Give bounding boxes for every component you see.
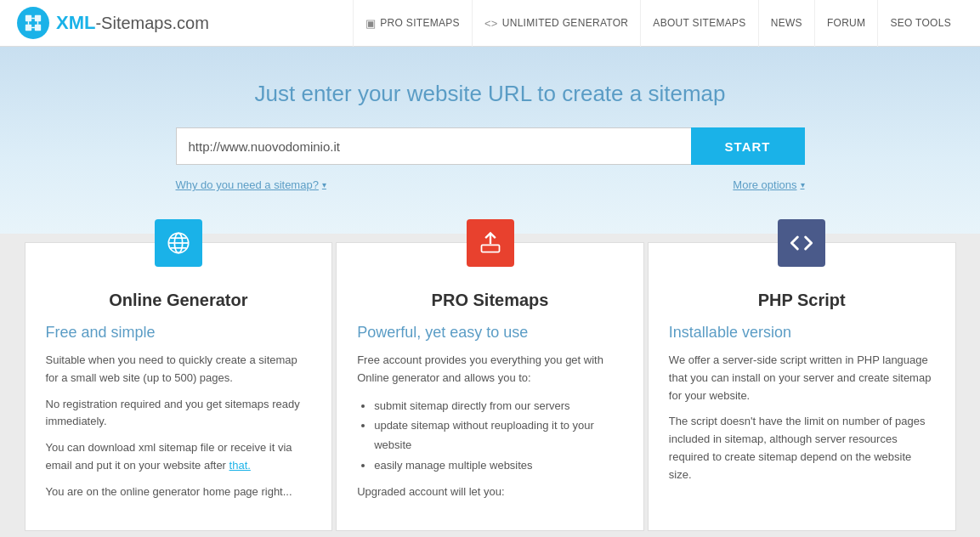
main-nav: ▣ PRO SITEMAPS <> UNLIMITED GENERATOR AB…	[353, 0, 963, 47]
nav-seo-tools[interactable]: SEO TOOLS	[877, 0, 963, 47]
online-generator-icon-wrap	[155, 219, 202, 267]
pro-sitemaps-icon-wrap	[467, 219, 514, 267]
svg-rect-3	[35, 25, 41, 31]
more-options-label: More options	[733, 178, 796, 191]
hero-section: Just enter your website URL to create a …	[0, 47, 980, 234]
logo-svg	[24, 14, 42, 32]
logo-icon	[17, 7, 49, 39]
pro-sitemaps-subtitle: Powerful, yet easy to use	[357, 324, 623, 342]
svg-rect-0	[25, 15, 31, 21]
php-script-text-2: The script doesn't have the limit on num…	[669, 413, 935, 483]
svg-rect-13	[481, 245, 499, 252]
card-pro-sitemaps: PRO Sitemaps Powerful, yet easy to use F…	[336, 242, 644, 531]
cards-section: Online Generator Free and simple Suitabl…	[0, 234, 980, 537]
nav-pro-sitemaps[interactable]: ▣ PRO SITEMAPS	[353, 0, 472, 47]
pro-sitemaps-intro: Free account provides you everything you…	[357, 352, 623, 387]
pro-sitemaps-list: submit sitemap directly from our servers…	[357, 396, 623, 476]
online-generator-text-2: No registration required and you get sit…	[46, 396, 312, 432]
url-form: START	[176, 127, 805, 165]
nav-forum[interactable]: FORUM	[814, 0, 878, 47]
nav-unlimited-generator-label: UNLIMITED GENERATOR	[502, 17, 629, 29]
more-dropdown-arrow: ▾	[801, 180, 805, 189]
card-online-generator: Online Generator Free and simple Suitabl…	[25, 242, 333, 531]
svg-rect-1	[35, 15, 41, 21]
online-generator-title: Online Generator	[46, 287, 312, 310]
start-button[interactable]: START	[691, 127, 805, 165]
logo-text-rest: -Sitemaps.com	[95, 14, 208, 33]
pro-sitemaps-upgraded: Upgraded account will let you:	[357, 483, 623, 501]
that-link[interactable]: that.	[229, 459, 251, 472]
nav-pro-sitemaps-label: PRO SITEMAPS	[380, 17, 460, 29]
why-sitemap-link[interactable]: Why do you need a sitemap? ▾	[176, 178, 326, 191]
card-php-script: PHP Script Installable version We offer …	[648, 242, 956, 531]
php-script-icon-wrap	[778, 219, 825, 267]
online-generator-subtitle: Free and simple	[46, 324, 312, 342]
upload-icon	[479, 231, 502, 255]
form-links: Why do you need a sitemap? ▾ More option…	[176, 178, 805, 191]
online-generator-text-1: Suitable when you need to quickly create…	[46, 352, 312, 387]
url-input[interactable]	[176, 127, 691, 165]
code-icon	[790, 231, 813, 255]
why-dropdown-arrow: ▾	[322, 180, 326, 189]
php-script-text-1: We offer a server-side script written in…	[669, 352, 935, 404]
online-generator-text-3: You can download xml sitemap file or rec…	[46, 439, 312, 475]
logo-text-xml: XML	[56, 12, 95, 34]
online-generator-text-4: You are on the online generator home pag…	[46, 483, 312, 501]
php-script-subtitle: Installable version	[669, 324, 935, 342]
list-item-submit: submit sitemap directly from our servers	[374, 396, 623, 415]
logo[interactable]: XML-Sitemaps.com	[17, 7, 209, 39]
list-item-update: update sitemap without reuploading it to…	[374, 415, 623, 455]
nav-about-sitemaps-label: ABOUT SITEMAPS	[653, 17, 745, 29]
screen-icon: ▣	[365, 17, 376, 30]
code-nav-icon: <>	[484, 17, 498, 30]
nav-unlimited-generator[interactable]: <> UNLIMITED GENERATOR	[472, 0, 640, 47]
hero-headline: Just enter your website URL to create a …	[17, 81, 963, 107]
header: XML-Sitemaps.com ▣ PRO SITEMAPS <> UNLIM…	[0, 0, 980, 47]
nav-news[interactable]: NEWS	[758, 0, 814, 47]
nav-about-sitemaps[interactable]: ABOUT SITEMAPS	[640, 0, 757, 47]
list-item-manage: easily manage multiple websites	[374, 455, 623, 475]
php-script-title: PHP Script	[669, 287, 935, 310]
why-sitemap-label: Why do you need a sitemap?	[176, 178, 319, 191]
svg-rect-2	[25, 25, 31, 31]
globe-icon	[167, 231, 190, 255]
nav-seo-tools-label: SEO TOOLS	[890, 17, 951, 29]
pro-sitemaps-title: PRO Sitemaps	[357, 287, 623, 310]
cards-container: Online Generator Free and simple Suitabl…	[23, 242, 958, 531]
nav-forum-label: FORUM	[827, 17, 866, 29]
nav-news-label: NEWS	[771, 17, 802, 29]
more-options-link[interactable]: More options ▾	[733, 178, 804, 191]
